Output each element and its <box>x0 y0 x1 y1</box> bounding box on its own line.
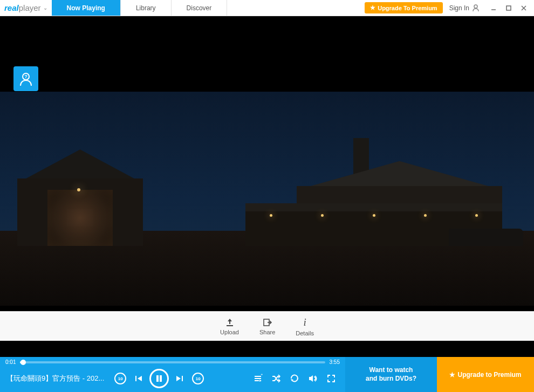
progress-thumb[interactable] <box>20 360 26 365</box>
svg-rect-11 <box>160 375 162 382</box>
svg-rect-12 <box>182 376 183 381</box>
rewind-icon: 10 <box>114 373 126 384</box>
fullscreen-icon <box>327 374 336 383</box>
video-frame <box>0 92 534 306</box>
fullscreen-button[interactable] <box>324 371 339 386</box>
share-label: Share <box>259 329 275 335</box>
upload-button[interactable]: Upload <box>220 318 239 335</box>
pause-icon <box>155 375 163 382</box>
shuffle-button[interactable] <box>269 371 284 386</box>
share-icon <box>263 318 272 327</box>
duration: 3:55 <box>330 359 340 365</box>
signin-label: Sign In <box>449 4 469 12</box>
previous-icon <box>134 374 143 383</box>
upgrade-label: Upgrade To Premium <box>378 5 437 11</box>
svg-rect-10 <box>156 375 159 382</box>
tab-discover[interactable]: Discover <box>172 0 228 16</box>
tab-now-playing[interactable]: Now Playing <box>52 0 121 16</box>
profile-icon[interactable]: ? <box>13 66 38 91</box>
svg-text:+: + <box>261 374 263 377</box>
volume-button[interactable] <box>305 371 320 386</box>
forward-icon: 10 <box>192 373 204 384</box>
share-button[interactable]: Share <box>259 318 275 335</box>
close-button[interactable] <box>517 2 531 14</box>
promo-line1: Want to watch <box>369 366 413 375</box>
forward-10-button[interactable]: 10 <box>190 371 206 386</box>
progress-bar[interactable] <box>20 361 325 363</box>
app-logo-menu[interactable]: realplayer ⌄ <box>0 0 52 16</box>
sign-in-button[interactable]: Sign In <box>446 4 483 12</box>
details-label: Details <box>296 330 314 336</box>
chevron-down-icon: ⌄ <box>43 5 47 11</box>
pause-button[interactable] <box>149 369 169 388</box>
previous-button[interactable] <box>131 371 146 386</box>
promo-panel: Want to watch and burn DVDs? <box>345 357 437 392</box>
shuffle-icon <box>271 374 281 383</box>
promo-line2: and burn DVDs? <box>366 375 416 383</box>
upload-icon <box>225 318 235 327</box>
rewind-10-button[interactable]: 10 <box>113 371 128 386</box>
upload-label: Upload <box>220 329 239 335</box>
spacer <box>0 341 534 357</box>
svg-rect-9 <box>135 376 136 381</box>
svg-point-0 <box>474 5 477 8</box>
upgrade-premium-button-bottom[interactable]: ★ Upgrade to Premium <box>437 357 534 392</box>
star-icon: ★ <box>370 4 375 11</box>
playlist-button[interactable]: + <box>250 371 265 386</box>
maximize-button[interactable] <box>502 2 516 14</box>
details-button[interactable]: i Details <box>296 317 314 336</box>
playlist-icon: + <box>253 374 263 383</box>
upgrade-premium-button-top[interactable]: ★ Upgrade To Premium <box>365 2 442 13</box>
svg-text:?: ? <box>24 74 28 79</box>
track-title: 【玩命關頭9】官方預告 - 202... <box>6 374 104 383</box>
user-icon <box>471 4 480 12</box>
next-button[interactable] <box>172 371 187 386</box>
tab-library[interactable]: Library <box>121 0 172 16</box>
info-icon: i <box>303 317 306 328</box>
brand-real: real <box>4 3 19 12</box>
repeat-button[interactable] <box>287 371 302 386</box>
volume-icon <box>308 374 318 383</box>
upgrade-bottom-label: Upgrade to Premium <box>457 371 521 379</box>
minimize-button[interactable] <box>487 2 501 14</box>
star-icon: ★ <box>449 371 455 379</box>
current-time: 0:01 <box>5 359 16 365</box>
svg-rect-2 <box>506 6 511 10</box>
repeat-icon <box>290 374 299 383</box>
video-area[interactable]: ? <box>0 16 534 311</box>
brand-player: player <box>19 3 41 12</box>
next-icon <box>175 374 184 383</box>
